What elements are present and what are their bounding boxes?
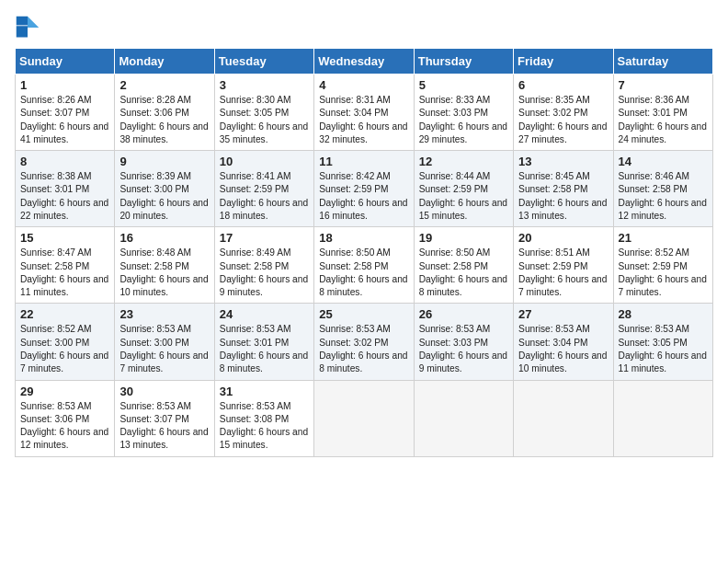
day-number: 23 — [119, 307, 209, 321]
day-number: 25 — [319, 307, 408, 321]
calendar-cell: 21 Sunrise: 8:52 AMSunset: 2:59 PMDaylig… — [613, 227, 712, 304]
cell-info: Sunrise: 8:53 AMSunset: 3:08 PMDaylight:… — [220, 401, 308, 451]
cell-info: Sunrise: 8:53 AMSunset: 3:07 PMDaylight:… — [119, 401, 208, 451]
cell-info: Sunrise: 8:53 AMSunset: 3:01 PMDaylight:… — [220, 324, 308, 373]
calendar-cell — [613, 380, 712, 456]
day-number: 12 — [419, 155, 508, 168]
day-number: 7 — [619, 78, 708, 92]
calendar-cell: 20 Sunrise: 8:51 AMSunset: 2:59 PMDaylig… — [514, 227, 613, 304]
day-number: 6 — [518, 78, 608, 92]
cell-info: Sunrise: 8:41 AMSunset: 2:59 PMDaylight:… — [220, 171, 308, 221]
day-number: 31 — [220, 385, 309, 398]
cell-info: Sunrise: 8:31 AMSunset: 3:04 PMDaylight:… — [319, 95, 407, 144]
calendar-cell: 25 Sunrise: 8:53 AMSunset: 3:02 PMDaylig… — [314, 304, 414, 380]
day-number: 8 — [20, 155, 109, 168]
cell-info: Sunrise: 8:53 AMSunset: 3:00 PMDaylight:… — [119, 324, 208, 373]
cell-info: Sunrise: 8:53 AMSunset: 3:03 PMDaylight:… — [419, 324, 507, 373]
cell-info: Sunrise: 8:52 AMSunset: 2:59 PMDaylight:… — [619, 247, 707, 297]
day-number: 30 — [119, 385, 209, 398]
calendar-cell: 13 Sunrise: 8:45 AMSunset: 2:58 PMDaylig… — [514, 151, 613, 227]
cell-info: Sunrise: 8:53 AMSunset: 3:06 PMDaylight:… — [20, 401, 108, 451]
cell-info: Sunrise: 8:33 AMSunset: 3:03 PMDaylight:… — [419, 95, 507, 144]
day-number: 24 — [220, 307, 309, 321]
day-number: 2 — [119, 78, 209, 92]
day-number: 26 — [419, 307, 508, 321]
calendar-cell: 9 Sunrise: 8:39 AMSunset: 3:00 PMDayligh… — [115, 151, 214, 227]
logo-icon — [15, 15, 40, 40]
day-number: 18 — [319, 231, 408, 245]
calendar-cell: 24 Sunrise: 8:53 AMSunset: 3:01 PMDaylig… — [214, 304, 313, 380]
calendar-cell: 3 Sunrise: 8:30 AMSunset: 3:05 PMDayligh… — [214, 75, 313, 151]
svg-rect-0 — [17, 26, 28, 37]
calendar-cell: 6 Sunrise: 8:35 AMSunset: 3:02 PMDayligh… — [514, 75, 613, 151]
calendar-cell: 15 Sunrise: 8:47 AMSunset: 2:58 PMDaylig… — [16, 227, 115, 304]
calendar-cell: 26 Sunrise: 8:53 AMSunset: 3:03 PMDaylig… — [414, 304, 513, 380]
calendar-cell: 2 Sunrise: 8:28 AMSunset: 3:06 PMDayligh… — [115, 75, 214, 151]
calendar-cell: 1 Sunrise: 8:26 AMSunset: 3:07 PMDayligh… — [16, 75, 115, 151]
cell-info: Sunrise: 8:44 AMSunset: 2:59 PMDaylight:… — [419, 171, 507, 221]
calendar-cell: 17 Sunrise: 8:49 AMSunset: 2:58 PMDaylig… — [214, 227, 313, 304]
calendar-table: SundayMondayTuesdayWednesdayThursdayFrid… — [15, 48, 713, 457]
calendar-cell: 14 Sunrise: 8:46 AMSunset: 2:58 PMDaylig… — [613, 151, 712, 227]
calendar-cell: 12 Sunrise: 8:44 AMSunset: 2:59 PMDaylig… — [414, 151, 513, 227]
cell-info: Sunrise: 8:45 AMSunset: 2:58 PMDaylight:… — [518, 171, 607, 221]
weekday-header-monday: Monday — [115, 49, 214, 75]
day-number: 22 — [20, 307, 109, 321]
cell-info: Sunrise: 8:35 AMSunset: 3:02 PMDaylight:… — [518, 95, 607, 144]
day-number: 5 — [419, 78, 508, 92]
cell-info: Sunrise: 8:52 AMSunset: 3:00 PMDaylight:… — [20, 324, 108, 373]
cell-info: Sunrise: 8:39 AMSunset: 3:00 PMDaylight:… — [119, 171, 208, 221]
cell-info: Sunrise: 8:51 AMSunset: 2:59 PMDaylight:… — [518, 247, 607, 297]
calendar-cell: 19 Sunrise: 8:50 AMSunset: 2:58 PMDaylig… — [414, 227, 513, 304]
day-number: 13 — [518, 155, 608, 168]
calendar-cell: 27 Sunrise: 8:53 AMSunset: 3:04 PMDaylig… — [514, 304, 613, 380]
calendar-cell: 5 Sunrise: 8:33 AMSunset: 3:03 PMDayligh… — [414, 75, 513, 151]
calendar-cell: 8 Sunrise: 8:38 AMSunset: 3:01 PMDayligh… — [16, 151, 115, 227]
cell-info: Sunrise: 8:53 AMSunset: 3:04 PMDaylight:… — [518, 324, 607, 373]
day-number: 29 — [20, 385, 109, 398]
cell-info: Sunrise: 8:53 AMSunset: 3:05 PMDaylight:… — [619, 324, 707, 373]
day-number: 16 — [119, 231, 209, 245]
cell-info: Sunrise: 8:48 AMSunset: 2:58 PMDaylight:… — [119, 247, 208, 297]
page-header — [15, 15, 713, 40]
cell-info: Sunrise: 8:53 AMSunset: 3:02 PMDaylight:… — [319, 324, 407, 373]
day-number: 1 — [20, 78, 109, 92]
weekday-header-thursday: Thursday — [414, 49, 513, 75]
day-number: 27 — [518, 307, 608, 321]
day-number: 14 — [619, 155, 708, 168]
calendar-cell: 29 Sunrise: 8:53 AMSunset: 3:06 PMDaylig… — [16, 380, 115, 456]
cell-info: Sunrise: 8:26 AMSunset: 3:07 PMDaylight:… — [20, 95, 108, 144]
day-number: 3 — [220, 78, 309, 92]
cell-info: Sunrise: 8:42 AMSunset: 2:59 PMDaylight:… — [319, 171, 407, 221]
calendar-cell: 23 Sunrise: 8:53 AMSunset: 3:00 PMDaylig… — [115, 304, 214, 380]
cell-info: Sunrise: 8:49 AMSunset: 2:58 PMDaylight:… — [220, 247, 308, 297]
weekday-header-friday: Friday — [514, 49, 613, 75]
day-number: 28 — [619, 307, 708, 321]
calendar-cell: 22 Sunrise: 8:52 AMSunset: 3:00 PMDaylig… — [16, 304, 115, 380]
cell-info: Sunrise: 8:36 AMSunset: 3:01 PMDaylight:… — [619, 95, 707, 144]
calendar-cell: 28 Sunrise: 8:53 AMSunset: 3:05 PMDaylig… — [613, 304, 712, 380]
calendar-cell: 7 Sunrise: 8:36 AMSunset: 3:01 PMDayligh… — [613, 75, 712, 151]
svg-rect-1 — [17, 17, 28, 26]
calendar-cell: 11 Sunrise: 8:42 AMSunset: 2:59 PMDaylig… — [314, 151, 414, 227]
day-number: 17 — [220, 231, 309, 245]
day-number: 10 — [220, 155, 309, 168]
day-number: 19 — [419, 231, 508, 245]
day-number: 21 — [619, 231, 708, 245]
calendar-cell: 16 Sunrise: 8:48 AMSunset: 2:58 PMDaylig… — [115, 227, 214, 304]
weekday-header-saturday: Saturday — [613, 49, 712, 75]
day-number: 15 — [20, 231, 109, 245]
calendar-cell: 4 Sunrise: 8:31 AMSunset: 3:04 PMDayligh… — [314, 75, 414, 151]
weekday-header-wednesday: Wednesday — [314, 49, 414, 75]
day-number: 4 — [319, 78, 408, 92]
cell-info: Sunrise: 8:50 AMSunset: 2:58 PMDaylight:… — [319, 247, 407, 297]
weekday-header-tuesday: Tuesday — [214, 49, 313, 75]
cell-info: Sunrise: 8:50 AMSunset: 2:58 PMDaylight:… — [419, 247, 507, 297]
calendar-cell: 10 Sunrise: 8:41 AMSunset: 2:59 PMDaylig… — [214, 151, 313, 227]
cell-info: Sunrise: 8:30 AMSunset: 3:05 PMDaylight:… — [220, 95, 308, 144]
day-number: 11 — [319, 155, 408, 168]
calendar-cell — [514, 380, 613, 456]
day-number: 20 — [518, 231, 608, 245]
calendar-cell: 18 Sunrise: 8:50 AMSunset: 2:58 PMDaylig… — [314, 227, 414, 304]
logo — [15, 15, 44, 40]
